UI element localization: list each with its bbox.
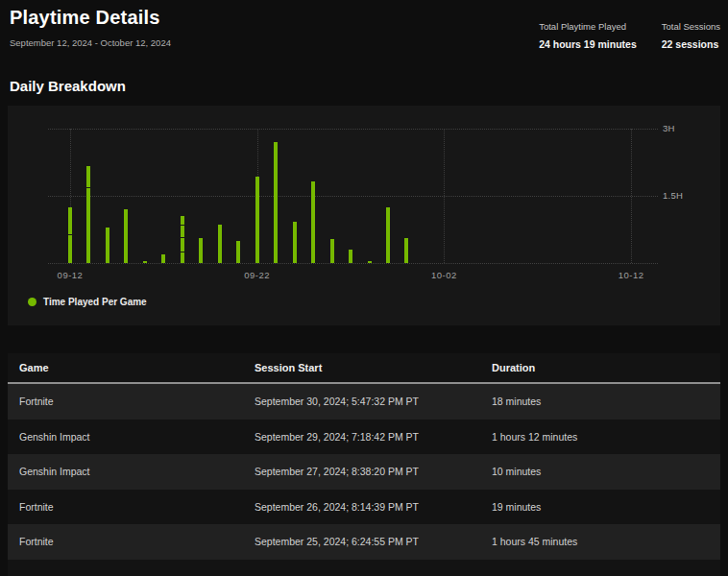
cell-duration: 10 minutes	[492, 466, 720, 477]
x-axis-tick: 09-22	[244, 270, 270, 280]
chart-bar-09-25[interactable]	[311, 181, 315, 263]
stat-label: Total Playtime Played	[539, 21, 637, 32]
chart-bar-09-14[interactable]	[106, 228, 109, 263]
chart-bar-09-27[interactable]	[349, 250, 352, 263]
daily-breakdown-chart: 3H1.5H09-1209-2210-0210-12 Time Played P…	[8, 106, 720, 325]
cell-game: Fortnite	[19, 536, 255, 547]
cell-session-start: September 25, 2024; 6:24:55 PM PT	[255, 536, 492, 547]
column-header-game: Game	[19, 362, 255, 373]
cell-duration: 19 minutes	[492, 501, 720, 513]
cell-session-start: September 26, 2024; 8:14:39 PM PT	[255, 501, 492, 513]
legend-swatch-icon	[28, 298, 36, 306]
gridline-h	[48, 196, 658, 197]
legend-label: Time Played Per Game	[43, 297, 147, 307]
chart-bar-09-19[interactable]	[199, 238, 203, 263]
table-header-row: Game Session Start Duration	[8, 353, 720, 382]
stat-value: 22 sessions	[662, 38, 720, 50]
plot-area: 3H1.5H09-1209-2210-0210-12	[8, 106, 720, 325]
chart-bar-09-12[interactable]	[68, 207, 72, 263]
cell-session-start: September 27, 2024; 8:38:20 PM PT	[255, 466, 492, 477]
gridline-v	[631, 129, 632, 263]
chart-bar-09-17[interactable]	[161, 254, 165, 263]
cell-duration: 1 hours 45 minutes	[492, 536, 720, 547]
gridline-h	[48, 129, 658, 130]
cell-session-start: September 29, 2024; 7:18:42 PM PT	[255, 431, 492, 443]
x-axis-tick: 09-12	[58, 270, 84, 280]
gridline-h	[48, 263, 658, 264]
stat-label: Total Sessions	[662, 21, 720, 32]
legend-item-time-played[interactable]: Time Played Per Game	[28, 297, 147, 307]
chart-bar-09-18[interactable]	[181, 216, 184, 263]
header: Playtime Details September 12, 2024 - Oc…	[10, 7, 720, 48]
summary-stats: Total Playtime Played 24 hours 19 minute…	[539, 21, 720, 50]
table-row: Fortnite September 26, 2024; 8:14:39 PM …	[8, 490, 720, 525]
table-row-partial	[8, 560, 720, 576]
chart-bar-09-29[interactable]	[386, 207, 390, 263]
cell-session-start: September 30, 2024; 5:47:32 PM PT	[255, 396, 492, 407]
chart-bar-09-28[interactable]	[368, 261, 372, 263]
chart-bar-09-13[interactable]	[86, 166, 90, 263]
section-title-daily-breakdown: Daily Breakdown	[10, 78, 126, 94]
column-header-session-start: Session Start	[255, 362, 492, 373]
cell-duration: 18 minutes	[492, 396, 720, 407]
chart-bar-09-22[interactable]	[255, 177, 259, 263]
y-axis-tick: 1.5H	[663, 190, 683, 201]
stat-total-sessions: Total Sessions 22 sessions	[662, 21, 720, 50]
table-row: Genshin Impact September 29, 2024; 7:18:…	[8, 420, 720, 455]
table-row: Fortnite September 30, 2024; 5:47:32 PM …	[8, 384, 720, 420]
sessions-table: Game Session Start Duration Fortnite Sep…	[8, 353, 720, 576]
chart-bar-09-21[interactable]	[236, 241, 240, 263]
chart-bar-09-26[interactable]	[330, 239, 334, 263]
x-axis-tick: 10-12	[619, 270, 644, 280]
cell-game: Genshin Impact	[19, 431, 255, 443]
y-axis-tick: 3H	[663, 123, 675, 133]
chart-bar-09-16[interactable]	[143, 261, 147, 263]
stat-total-playtime: Total Playtime Played 24 hours 19 minute…	[539, 21, 637, 50]
chart-bar-09-15[interactable]	[124, 209, 128, 263]
chart-bar-09-24[interactable]	[293, 222, 297, 263]
cell-game: Genshin Impact	[19, 466, 255, 477]
gridline-v	[444, 129, 445, 263]
chart-bar-09-30[interactable]	[404, 238, 408, 263]
stat-value: 24 hours 19 minutes	[539, 38, 637, 50]
chart-bar-09-20[interactable]	[218, 225, 222, 263]
table-row: Fortnite September 25, 2024; 6:24:55 PM …	[8, 524, 720, 560]
x-axis-tick: 10-02	[431, 270, 457, 280]
table-body: Fortnite September 30, 2024; 5:47:32 PM …	[8, 384, 720, 576]
table-row: Genshin Impact September 27, 2024; 8:38:…	[8, 454, 720, 490]
cell-game: Fortnite	[19, 396, 255, 407]
cell-duration: 1 hours 12 minutes	[492, 431, 720, 443]
column-header-duration: Duration	[492, 362, 720, 373]
cell-game: Fortnite	[19, 501, 255, 513]
chart-bar-09-23[interactable]	[274, 142, 278, 263]
